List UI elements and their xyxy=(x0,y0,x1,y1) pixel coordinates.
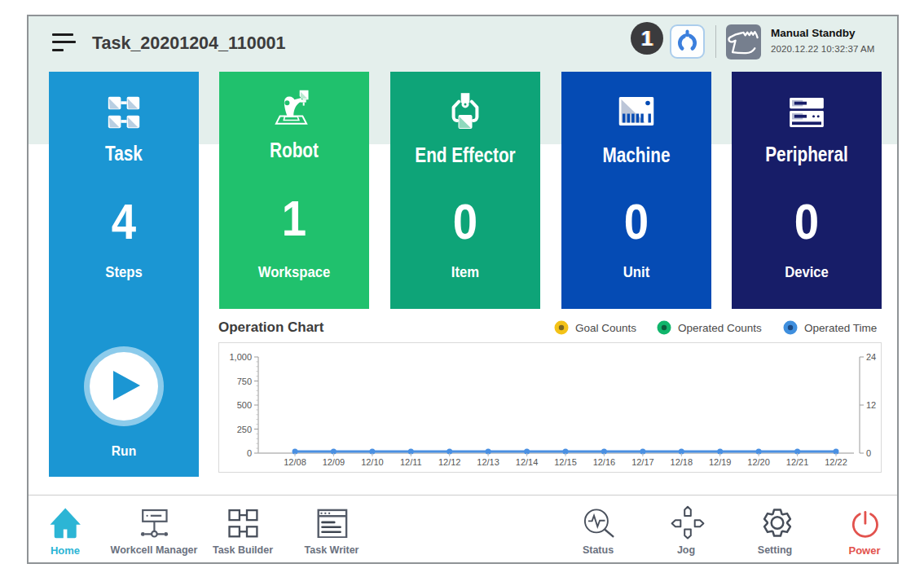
svg-text:12/21: 12/21 xyxy=(786,457,809,467)
svg-text:12: 12 xyxy=(866,400,876,410)
svg-text:12/11: 12/11 xyxy=(400,457,422,467)
svg-text:Operated Time: Operated Time xyxy=(804,322,877,334)
svg-text:1,000: 1,000 xyxy=(229,352,252,362)
svg-text:12/08: 12/08 xyxy=(284,457,306,467)
svg-text:250: 250 xyxy=(237,425,252,434)
svg-text:12/15: 12/15 xyxy=(554,457,577,467)
svg-text:24: 24 xyxy=(866,352,876,362)
svg-text:12/13: 12/13 xyxy=(477,457,499,467)
svg-text:12/17: 12/17 xyxy=(631,457,654,467)
svg-text:750: 750 xyxy=(237,377,252,386)
svg-text:12/16: 12/16 xyxy=(593,457,616,467)
svg-text:12/14: 12/14 xyxy=(516,457,539,467)
svg-text:12/09: 12/09 xyxy=(323,457,345,467)
svg-text:12/10: 12/10 xyxy=(361,457,384,467)
svg-text:12/19: 12/19 xyxy=(709,457,732,467)
svg-text:0: 0 xyxy=(247,448,252,458)
svg-text:12/18: 12/18 xyxy=(671,457,693,467)
svg-text:12/12: 12/12 xyxy=(438,457,461,467)
svg-text:12/22: 12/22 xyxy=(825,457,847,467)
svg-text:0: 0 xyxy=(866,448,871,458)
svg-text:Goal Counts: Goal Counts xyxy=(575,322,636,334)
svg-text:12/20: 12/20 xyxy=(747,457,770,467)
svg-text:500: 500 xyxy=(237,400,252,410)
svg-text:Operated Counts: Operated Counts xyxy=(678,322,762,334)
